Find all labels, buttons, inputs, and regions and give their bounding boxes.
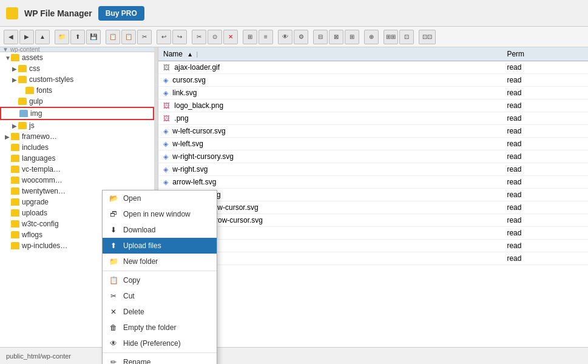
tb-new-folder[interactable]: 📁: [55, 30, 69, 44]
context-menu-item[interactable]: 📂 Open: [103, 190, 217, 206]
col-name[interactable]: Name ▲ |: [158, 47, 502, 61]
sidebar-item-assets[interactable]: ▼ assets: [0, 52, 154, 63]
context-menu-item[interactable]: ✂ Cut: [103, 288, 217, 304]
tb-copy[interactable]: 📋: [106, 30, 120, 44]
file-perm: read: [502, 163, 588, 176]
table-row[interactable]: ◈ row.svg read: [158, 252, 588, 265]
file-table: Name ▲ | Perm 🖼 ajax-loader.gif read ◈ c…: [158, 47, 588, 265]
context-menu-item[interactable]: ⬇ Download: [103, 222, 217, 238]
status-text: public_html/wp-conter: [6, 352, 71, 360]
logo-icon: [6, 7, 18, 19]
table-row[interactable]: 🖼 h.jpg read: [158, 227, 588, 240]
context-menu-item-label: Hide (Preference): [123, 339, 181, 348]
table-row[interactable]: ◈ w-right.svg read: [158, 163, 588, 176]
context-menu-item-icon: 📂: [109, 194, 118, 203]
table-row[interactable]: 🖼 logo_black.png read: [158, 99, 588, 112]
file-name: link.svg: [172, 89, 197, 97]
file-perm: read: [502, 201, 588, 214]
tb-dual[interactable]: ⊠: [329, 30, 343, 44]
file-name: ajax-loader.gif: [174, 63, 220, 72]
tb-settings[interactable]: ⚙: [294, 30, 308, 44]
tb-save[interactable]: 💾: [86, 30, 101, 44]
file-name: arrow-left.svg: [172, 178, 216, 186]
file-perm: read: [502, 112, 588, 125]
file-type-icon: ◈: [163, 89, 168, 96]
tb-cut2[interactable]: ✂: [192, 30, 206, 44]
tb-forward[interactable]: ▶: [19, 30, 34, 44]
context-menu-separator: [103, 352, 217, 353]
table-row[interactable]: ◈ link.svg read: [158, 87, 588, 99]
context-menu-item-label: Upload files: [123, 241, 161, 250]
file-perm: read: [502, 227, 588, 240]
tb-eye[interactable]: 👁: [278, 30, 292, 44]
table-row[interactable]: ◈ w-left.svg read: [158, 138, 588, 150]
tb-paste[interactable]: 📋: [121, 30, 136, 44]
sidebar-item-vc-template[interactable]: ▶ vc-templa…: [0, 164, 154, 175]
table-row[interactable]: ◈ arrow-right.svg read: [158, 189, 588, 201]
context-menu-item[interactable]: 🗑 Empty the folder: [103, 320, 217, 335]
sidebar-item-gulp[interactable]: ▶ gulp: [0, 96, 154, 107]
tb-grid[interactable]: ⊞: [243, 30, 257, 44]
col-perm[interactable]: Perm: [502, 47, 588, 61]
tb-back[interactable]: ◀: [4, 30, 18, 44]
file-perm: read: [502, 61, 588, 74]
table-row[interactable]: 🖼 .png read: [158, 112, 588, 125]
context-menu-item[interactable]: ✕ Delete: [103, 304, 217, 320]
tb-undo[interactable]: ↩: [157, 30, 171, 44]
sidebar-item-fonts[interactable]: ▶ fonts: [0, 85, 154, 96]
buy-pro-button[interactable]: Buy PRO: [98, 6, 144, 21]
file-name: w-left.svg: [172, 140, 203, 148]
context-menu-item[interactable]: 🗗 Open in new window: [103, 206, 217, 222]
context-menu-item-icon: 📋: [109, 275, 118, 285]
tb-up[interactable]: ▲: [35, 30, 50, 44]
tb-zoom[interactable]: ⊕: [364, 30, 379, 44]
sidebar-item-languages[interactable]: ▶ languages: [0, 153, 154, 164]
table-row[interactable]: ◈ w-left-cursor.svg read: [158, 125, 588, 138]
tb-delete[interactable]: ✕: [223, 30, 238, 44]
file-type-icon: ◈: [163, 178, 168, 186]
tb-list[interactable]: ≡: [259, 30, 273, 44]
tb-split[interactable]: ⊟: [313, 30, 328, 44]
sidebar-item-custom-styles[interactable]: ▶ custom-styles: [0, 74, 154, 85]
context-menu-item[interactable]: ⬆ Upload files: [103, 238, 217, 254]
table-row[interactable]: ◈ read: [158, 240, 588, 252]
file-perm: read: [502, 240, 588, 252]
context-menu-item[interactable]: 📁 New folder: [103, 254, 217, 269]
context-menu-item[interactable]: ✏ Rename: [103, 354, 217, 364]
context-menu-item[interactable]: 📋 Copy: [103, 272, 217, 288]
top-bar: WP File Manager Buy PRO: [0, 0, 588, 27]
tb-apps[interactable]: ⊞⊞: [384, 30, 398, 44]
sidebar-item-js[interactable]: ▶ js: [0, 120, 154, 131]
file-perm: read: [502, 189, 588, 201]
context-menu-item-icon: ✏: [109, 357, 118, 364]
tb-extra[interactable]: ⊡⊡: [419, 30, 436, 44]
table-row[interactable]: ◈ w-right-cursory.svg read: [158, 150, 588, 163]
table-row[interactable]: ◈ slider-right-arrow-cursor.svg read: [158, 214, 588, 227]
sidebar-item-framework[interactable]: ▶ framewo…: [0, 131, 154, 142]
table-row[interactable]: 🖼 ajax-loader.gif read: [158, 61, 588, 74]
file-perm: read: [502, 74, 588, 87]
context-menu-item-icon: 👁: [109, 339, 118, 348]
tb-redo[interactable]: ↪: [172, 30, 187, 44]
sidebar-item-img[interactable]: ▶ img: [0, 107, 154, 120]
file-name: logo_black.png: [174, 101, 223, 110]
tb-view[interactable]: ⊙: [208, 30, 222, 44]
tb-cut[interactable]: ✂: [137, 30, 152, 44]
context-menu-item[interactable]: 👁 Hide (Preference): [103, 335, 217, 351]
file-type-icon: 🖼: [163, 64, 170, 71]
context-menu-separator: [103, 271, 217, 271]
context-menu-item-icon: 🗑: [109, 323, 118, 332]
tb-more[interactable]: ⊡: [399, 30, 414, 44]
tb-grid2[interactable]: ⊞: [345, 30, 359, 44]
sidebar-item-includes[interactable]: ▶ includes: [0, 142, 154, 153]
tb-upload[interactable]: ⬆: [70, 30, 85, 44]
status-bar: public_html/wp-conter: [0, 347, 588, 364]
table-row[interactable]: ◈ slider-left-arrow-cursor.svg read: [158, 201, 588, 214]
table-row[interactable]: ◈ arrow-left.svg read: [158, 176, 588, 189]
file-perm: read: [502, 214, 588, 227]
file-type-icon: ◈: [163, 166, 168, 173]
table-row[interactable]: ◈ cursor.svg read: [158, 74, 588, 87]
sidebar-item-css[interactable]: ▶ css: [0, 63, 154, 74]
context-menu-item-label: Open: [123, 194, 141, 203]
sidebar-item-woocommerce[interactable]: ▶ woocomm…: [0, 175, 154, 186]
